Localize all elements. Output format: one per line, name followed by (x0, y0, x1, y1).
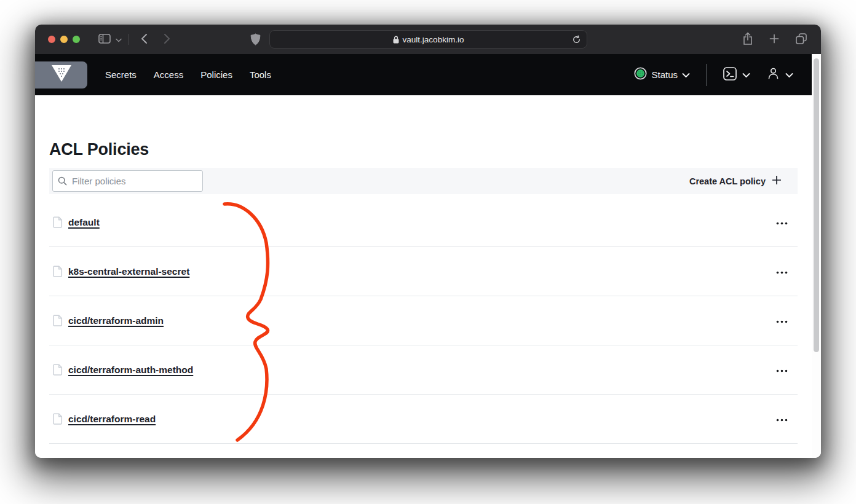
policy-link[interactable]: cicd/terraform-read (68, 414, 156, 425)
create-acl-policy-button[interactable]: Create ACL policy (689, 176, 781, 186)
policy-row: default (49, 198, 798, 247)
plus-icon (769, 34, 779, 45)
sidebar-toggle-button[interactable] (95, 34, 114, 45)
policy-link[interactable]: cicd/terraform-auth-method (68, 364, 193, 376)
policy-list: default k8s-central-external-secret (49, 198, 798, 444)
scrollbar-thumb[interactable] (814, 58, 819, 352)
address-bar[interactable]: vault.jacobkim.io (269, 30, 587, 49)
scrollbar-track[interactable] (812, 54, 821, 458)
reload-button[interactable] (572, 35, 581, 46)
policy-row: cicd/terraform-read (49, 395, 798, 444)
policy-link[interactable]: default (68, 217, 100, 228)
policy-link[interactable]: cicd/terraform-admin (68, 315, 164, 326)
sidebar-icon (98, 34, 111, 45)
privacy-shield-icon[interactable] (250, 33, 261, 48)
policy-row: k8s-central-external-secret (49, 247, 798, 296)
vault-navbar: Secrets Access Policies Tools (35, 54, 812, 95)
filter-policies-input[interactable] (52, 170, 203, 192)
minimize-window-button[interactable] (60, 36, 68, 43)
tabs-icon (795, 33, 807, 47)
zoom-window-button[interactable] (73, 36, 80, 43)
share-button[interactable] (739, 32, 757, 47)
chevron-left-icon (141, 33, 148, 46)
file-icon (53, 216, 63, 228)
plus-icon (772, 176, 781, 186)
vault-logo-icon (50, 64, 73, 85)
ellipsis-icon (776, 365, 788, 374)
sidebar-menu-chevron[interactable] (114, 35, 125, 44)
toolbar-divider (128, 34, 129, 45)
nav-item-access[interactable]: Access (154, 69, 183, 80)
vault-home-button[interactable] (35, 61, 87, 89)
browser-viewport: Secrets Access Policies Tools (35, 54, 821, 458)
user-dropdown[interactable] (766, 66, 793, 83)
nav-item-secrets[interactable]: Secrets (105, 69, 137, 80)
list-toolbar: Create ACL policy (49, 168, 798, 194)
file-icon (53, 315, 63, 326)
nav-item-policies[interactable]: Policies (200, 69, 232, 80)
chevron-down-icon (682, 69, 690, 81)
nav-item-tools[interactable]: Tools (250, 69, 271, 80)
chevron-down-icon (742, 69, 750, 81)
chevron-down-icon (116, 35, 122, 44)
seal-status-icon (634, 67, 647, 82)
policy-link[interactable]: k8s-central-external-secret (68, 266, 189, 277)
status-dropdown[interactable]: Status (634, 67, 690, 82)
row-menu-button[interactable] (772, 412, 791, 426)
share-icon (742, 32, 753, 47)
close-window-button[interactable] (48, 36, 55, 43)
policy-row: cicd/terraform-admin (49, 296, 798, 345)
browser-window: vault.jacobkim.io (35, 25, 821, 458)
row-menu-button[interactable] (772, 264, 791, 278)
browser-toolbar: vault.jacobkim.io (35, 25, 821, 54)
chevron-down-icon (785, 69, 793, 81)
tab-overview-button[interactable] (791, 33, 811, 47)
policy-row: cicd/terraform-auth-method (49, 345, 798, 395)
console-dropdown[interactable] (723, 66, 750, 84)
row-menu-button[interactable] (772, 313, 791, 328)
back-button[interactable] (137, 33, 151, 46)
row-menu-button[interactable] (772, 215, 791, 229)
row-menu-button[interactable] (772, 363, 791, 377)
ellipsis-icon (776, 267, 788, 276)
url-text: vault.jacobkim.io (403, 35, 464, 44)
file-icon (53, 364, 63, 376)
file-icon (53, 266, 63, 277)
ellipsis-icon (776, 414, 788, 423)
forward-button[interactable] (160, 33, 174, 46)
chevron-right-icon (164, 33, 170, 46)
primary-nav: Secrets Access Policies Tools (105, 69, 271, 80)
terminal-icon (723, 66, 737, 84)
lock-icon (393, 36, 399, 44)
ellipsis-icon (776, 218, 788, 227)
nav-divider (706, 64, 707, 86)
file-icon (53, 413, 63, 425)
ellipsis-icon (776, 316, 788, 325)
create-acl-policy-label: Create ACL policy (689, 176, 766, 186)
person-icon (766, 66, 780, 83)
page-title: ACL Policies (49, 140, 798, 159)
new-tab-button[interactable] (766, 34, 783, 45)
traffic-lights (48, 36, 80, 43)
status-label: Status (651, 69, 678, 80)
